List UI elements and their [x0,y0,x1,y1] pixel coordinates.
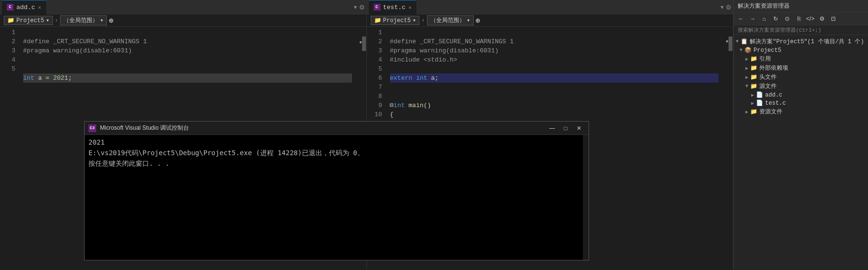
se-tree: 📋 解决方案"Project5"(1 个项目/共 1 个) 📦 Project5… [734,35,868,270]
waibu-icon: 📁 [750,64,757,72]
console-window: C# Microsoft Visual Studio 调试控制台 — □ ✕ 2… [84,121,589,260]
left-scrollbar-thumb[interactable] [362,37,366,51]
tab-add-c-close[interactable]: ✕ [38,4,41,11]
console-output-line: 2021 [88,137,585,147]
left-tab-bar: C add.c ✕ ▾ ⚙ [0,0,366,14]
tab-test-c[interactable]: C test.c ✕ [369,0,416,14]
right-breadcrumb: 📁 Project5 ▾ › （全局范围） ▾ ⊕ [367,14,733,27]
tou-icon: 📁 [750,74,757,81]
left-breadcrumb-project[interactable]: 📁 Project5 ▾ [4,16,53,25]
yinyong-icon: 📁 [750,55,757,62]
se-item-project[interactable]: 📦 Project5 [734,46,868,54]
console-minimize-button[interactable]: — [546,123,558,133]
left-bc-chevron: ▾ [46,17,50,24]
se-tou-label: 头文件 [759,73,777,81]
se-solution-arrow [736,39,739,44]
right-bc-scope-chevron: ▾ [467,17,470,24]
se-project-label: Project5 [754,47,781,54]
se-test-c-label: test.c [765,100,786,107]
left-tab-dropdown-icon[interactable]: ▾ [353,2,358,12]
console-body[interactable]: 2021 E:\vs2019代码\Project5\Debug\Project5… [85,135,589,260]
se-item-yinyong[interactable]: 📁 引用 [734,54,868,63]
se-btn-settings[interactable]: ⚙ [817,13,827,24]
se-btn-refresh[interactable]: ↻ [770,13,781,24]
se-item-touwenjian[interactable]: 📁 头文件 [734,73,868,82]
ziyuan-icon: 📁 [750,108,757,115]
console-close-button[interactable]: ✕ [573,123,585,133]
se-add-c-arrow [751,92,754,98]
console-maximize-button[interactable]: □ [560,123,571,133]
tab-add-c-label: add.c [16,4,35,11]
yuan-icon: 📁 [750,83,757,90]
right-tab-settings-icon[interactable]: ⚙ [726,2,731,12]
solution-explorer-header: 解决方案资源管理器 [734,0,868,12]
right-minimap [722,27,728,270]
left-breadcrumb-scope[interactable]: （全局范围） ▾ [60,15,107,25]
se-add-c-label: add.c [765,92,782,98]
left-line-numbers: 1 2 3 4 5 [0,27,19,270]
right-tab-dropdown-icon[interactable]: ▾ [720,2,725,12]
tab-test-c-close[interactable]: ✕ [408,4,412,11]
left-tab-bar-right: ▾ ⚙ [353,2,364,12]
console-icon: C# [88,124,96,132]
right-scrollbar[interactable] [728,27,733,270]
se-yinyong-arrow [745,56,748,62]
se-solution-label: 解决方案"Project5"(1 个项目/共 1 个) [750,37,864,46]
left-bc-scope-chevron: ▾ [100,17,103,24]
console-scrollbar[interactable] [583,135,589,260]
console-exit-line: E:\vs2019代码\Project5\Debug\Project5.exe … [88,147,585,158]
console-close-line: 按任意键关闭此窗口. . . [88,158,585,169]
right-tab-bar-right: ▾ ⚙ [720,2,731,12]
se-btn-home[interactable]: ⌂ [759,13,769,24]
test-c-icon: 📄 [756,99,763,107]
tab-test-c-label: test.c [383,4,406,11]
se-project-arrow [740,48,742,53]
se-waibu-arrow [745,65,748,71]
right-project-icon: 📁 [374,17,381,24]
se-ziyuan-label: 资源文件 [759,108,782,116]
se-btn-maximize[interactable]: ⊡ [828,13,839,24]
right-breadcrumb-scope[interactable]: （全局范围） ▾ [427,15,474,25]
se-item-yuanwenjian[interactable]: 📁 源文件 [734,82,868,91]
right-breadcrumb-add[interactable]: ⊕ [476,16,480,25]
se-btn-stop[interactable]: ⊙ [782,13,793,24]
se-item-test-c[interactable]: 📄 test.c [734,99,868,107]
se-btn-forward[interactable]: → [747,13,758,24]
se-ziyuan-arrow [745,109,748,115]
se-waibu-label: 外部依赖项 [759,64,788,72]
tab-add-c-icon: C [7,4,13,11]
se-item-add-c[interactable]: 📄 add.c [734,91,868,99]
console-title: Microsoft Visual Studio 调试控制台 [100,124,542,132]
left-breadcrumb: 📁 Project5 ▾ › （全局范围） ▾ ⊕ [0,14,366,27]
left-breadcrumb-add[interactable]: ⊕ [109,16,113,25]
se-btn-copy[interactable]: ⎘ [793,13,804,24]
se-yinyong-label: 引用 [759,55,771,63]
right-breadcrumb-project[interactable]: 📁 Project5 ▾ [371,16,420,25]
left-project-icon: 📁 [7,17,14,24]
se-toolbar: ← → ⌂ ↻ ⊙ ⎘ </> ⚙ ⊡ [734,12,868,25]
se-test-c-arrow [751,100,754,106]
se-btn-view[interactable]: </> [805,13,816,24]
se-yuan-arrow [745,84,748,89]
right-tab-bar: C test.c ✕ ▾ ⚙ [367,0,733,14]
add-c-icon: 📄 [756,91,763,98]
solution-explorer: 解决方案资源管理器 ← → ⌂ ↻ ⊙ ⎘ </> ⚙ ⊡ 搜索解决方案资源管理… [733,0,868,270]
se-btn-back[interactable]: ← [736,13,746,24]
left-tab-settings-icon[interactable]: ⚙ [360,2,365,12]
solution-icon: 📋 [741,38,748,45]
se-search-label[interactable]: 搜索解决方案资源管理器(Ctrl+;) [734,25,868,35]
right-scrollbar-thumb[interactable] [729,37,732,51]
right-bc-chevron: ▾ [413,17,416,24]
right-bc-sep: › [421,17,425,24]
left-bc-sep: › [55,17,58,24]
se-item-waibu[interactable]: 📁 外部依赖项 [734,63,868,73]
console-window-buttons: — □ ✕ [546,123,585,133]
tab-test-c-icon: C [374,4,380,11]
se-tou-arrow [745,74,748,80]
se-item-solution[interactable]: 📋 解决方案"Project5"(1 个项目/共 1 个) [734,37,868,46]
se-item-ziyuan[interactable]: 📁 资源文件 [734,107,868,116]
se-yuan-label: 源文件 [759,82,777,90]
project-icon: 📦 [744,47,752,54]
tab-add-c[interactable]: C add.c ✕ [2,0,46,14]
console-titlebar: C# Microsoft Visual Studio 调试控制台 — □ ✕ [85,122,589,135]
